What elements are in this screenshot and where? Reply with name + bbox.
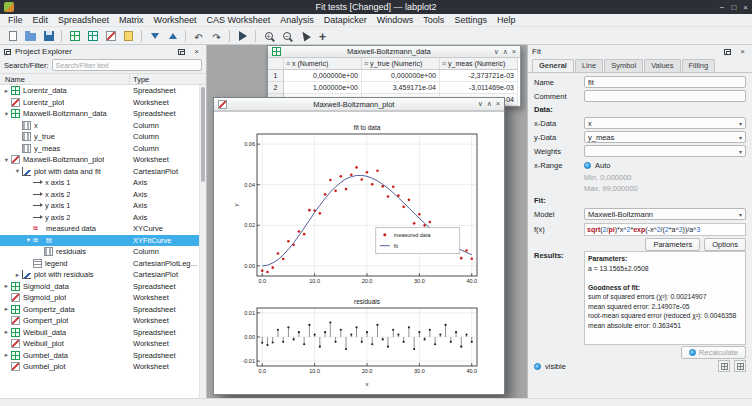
select-mode-button[interactable]: [296, 28, 313, 44]
spreadsheet-cell[interactable]: 3,459171e-04: [362, 82, 440, 94]
new-worksheet-button[interactable]: [102, 28, 119, 44]
menu-file[interactable]: File: [3, 15, 28, 25]
tree-item-y-true[interactable]: y_trueColumn: [0, 131, 199, 143]
tree-item-gompertz-data[interactable]: ▸Gompertz_dataSpreadsheet: [0, 304, 199, 316]
visible-checkbox[interactable]: [534, 363, 541, 370]
column-header-x-numeric[interactable]: ≡x (Numeric): [284, 58, 362, 70]
tree-item-y-axis-1[interactable]: y axis 1Axis: [0, 200, 199, 212]
column-header-name[interactable]: Name: [0, 74, 130, 84]
worksheet-canvas[interactable]: 0.010.020.030.040.00.000.020.040.06fit t…: [214, 111, 504, 394]
spreadsheet-cell[interactable]: -3,011469e-03: [440, 82, 518, 94]
tree-item-sigmoid-data[interactable]: ▸Sigmoid_dataSpreadsheet: [0, 281, 199, 293]
tree-item-residuals[interactable]: residualsColumn: [0, 246, 199, 258]
maximize-icon[interactable]: □: [731, 3, 736, 12]
column-header-y-meas-numeric[interactable]: ≡y_meas (Numeric): [440, 58, 518, 70]
tree-item-maxwell-boltzmann-data[interactable]: ▾Maxwell-Boltzmann_dataSpreadsheet: [0, 108, 199, 120]
tree-scrollbar-thumb[interactable]: [201, 87, 205, 182]
expander-icon[interactable]: ▸: [2, 351, 11, 359]
tree-item-plot-with-data-and-fit[interactable]: ▾plot with data and fitCartesianPlot: [0, 166, 199, 178]
expander-icon[interactable]: ▾: [2, 156, 11, 164]
parameters-button[interactable]: Parameters: [645, 238, 700, 251]
expander-icon[interactable]: ▸: [2, 305, 11, 313]
navigate-mode-button[interactable]: [314, 28, 331, 44]
new-spreadsheet-button[interactable]: [66, 28, 83, 44]
tree-item-maxwell-boltzmann-plot[interactable]: ▾Maxwell-Boltzmann_plotWorksheet: [0, 154, 199, 166]
shade-up-icon[interactable]: ∧: [487, 100, 492, 108]
tree-item-gumbel-plot[interactable]: Gumbel_plotWorksheet: [0, 361, 199, 373]
expander-icon[interactable]: ▸: [2, 87, 11, 95]
tree-item-fit[interactable]: ▾≈fitXYFitCurve: [0, 235, 199, 247]
tree-item-x-axis-2[interactable]: x axis 2Axis: [0, 189, 199, 201]
zoom-out-button[interactable]: [278, 28, 295, 44]
expander-icon[interactable]: ▾: [24, 236, 33, 244]
tree-item-gompert-plot[interactable]: Gompert_plotWorksheet: [0, 315, 199, 327]
tree-item-lorentz-plot[interactable]: Lorentz_plotWorksheet: [0, 97, 199, 109]
spreadsheet-cell[interactable]: 0,000000e+00: [362, 70, 440, 82]
spreadsheet-cell[interactable]: 1,000000e+00: [284, 82, 362, 94]
expander-icon[interactable]: ▸: [13, 271, 22, 279]
menu-spreadsheet[interactable]: Spreadsheet: [53, 15, 114, 25]
menu-windows[interactable]: Windows: [372, 15, 419, 25]
row-number-cell[interactable]: 2: [268, 82, 284, 94]
expander-icon[interactable]: ▸: [2, 282, 11, 290]
options-button[interactable]: Options: [704, 238, 746, 251]
close-icon[interactable]: ×: [496, 100, 500, 108]
tab-general[interactable]: General: [532, 59, 574, 72]
undo-button[interactable]: [190, 28, 207, 44]
run-fit-button[interactable]: [234, 28, 251, 44]
close-icon[interactable]: ×: [743, 3, 748, 12]
menu-analysis[interactable]: Analysis: [275, 15, 319, 25]
tab-filling[interactable]: Filling: [682, 59, 716, 72]
expander-icon[interactable]: ▾: [13, 167, 22, 175]
model-combobox[interactable]: Maxwell-Boltzmann ▾: [584, 208, 746, 220]
formula-display[interactable]: sqrt(2/pi)*x^2*exp(-x^2/(2*a^2))/a^3: [584, 223, 746, 236]
spreadsheet-window-titlebar[interactable]: Maxwell-Boltzmann_data ∨ ∧ ×: [268, 46, 520, 58]
tree-item-weibull-plot[interactable]: Weibull_plotWorksheet: [0, 338, 199, 350]
comment-input[interactable]: [584, 90, 746, 102]
tree-item-legend[interactable]: legendCartesianPlotLegend: [0, 258, 199, 270]
tree-item-y-meas[interactable]: y_measColumn: [0, 143, 199, 155]
expander-icon[interactable]: ▾: [2, 110, 11, 118]
tree-item-x[interactable]: xColumn: [0, 120, 199, 132]
export-data-button[interactable]: [164, 28, 181, 44]
tab-values[interactable]: Values: [644, 59, 680, 72]
spreadsheet-cell[interactable]: -2,373721e-03: [440, 70, 518, 82]
y-data-combobox[interactable]: y_meas ▾: [584, 131, 746, 143]
tab-line[interactable]: Line: [575, 59, 603, 72]
plot-window-titlebar[interactable]: Maxwell-Boltzmann_plot ∨ ∧ ×: [214, 98, 504, 111]
close-icon[interactable]: ×: [512, 48, 516, 56]
dock-undock-button[interactable]: [176, 46, 187, 57]
menu-datapicker[interactable]: Datapicker: [319, 15, 372, 25]
tree-item-gumbel-data[interactable]: ▸Gumbel_dataSpreadsheet: [0, 350, 199, 362]
dock-close-button[interactable]: ×: [191, 46, 202, 57]
residuals-plot[interactable]: 0.010.020.030.040.0-0.010.000.01residual…: [231, 296, 487, 388]
minimize-icon[interactable]: −: [720, 3, 725, 12]
tab-symbol[interactable]: Symbol: [604, 59, 643, 72]
tree-item-lorentz-data[interactable]: ▸Lorentz_dataSpreadsheet: [0, 85, 199, 97]
import-data-button[interactable]: [146, 28, 163, 44]
x-data-combobox[interactable]: x ▾: [584, 117, 746, 129]
menu-cas-worksheet[interactable]: CAS Worksheet: [201, 15, 275, 25]
dock-undock-button[interactable]: [722, 46, 733, 57]
column-header-type[interactable]: Type: [130, 74, 206, 84]
menu-help[interactable]: Help: [492, 15, 521, 25]
tree-item-weibull-data[interactable]: ▸Weibull_dataSpreadsheet: [0, 327, 199, 339]
tree-item-sigmoid-plot[interactable]: Sigmoid_plotWorksheet: [0, 292, 199, 304]
dock-close-button[interactable]: ×: [737, 46, 748, 57]
tree-item-measured-data[interactable]: ≈measured dataXYCurve: [0, 223, 199, 235]
weights-combobox[interactable]: ▾: [584, 145, 746, 157]
open-project-button[interactable]: [22, 28, 39, 44]
save-project-button[interactable]: [40, 28, 57, 44]
shade-down-icon[interactable]: ∨: [478, 100, 483, 108]
spreadsheet-cell[interactable]: 0,000000e+00: [284, 70, 362, 82]
menu-edit[interactable]: Edit: [28, 15, 54, 25]
shade-up-icon[interactable]: ∧: [503, 48, 508, 56]
menu-worksheet[interactable]: Worksheet: [149, 15, 202, 25]
dock-option-button-2[interactable]: [734, 360, 746, 372]
new-matrix-button[interactable]: [84, 28, 101, 44]
search-input[interactable]: [52, 59, 202, 71]
expander-icon[interactable]: ▸: [2, 328, 11, 336]
plot-window[interactable]: Maxwell-Boltzmann_plot ∨ ∧ × 0.010.020.0…: [213, 97, 505, 395]
new-project-button[interactable]: [4, 28, 21, 44]
tree-item-y-axis-2[interactable]: y axis 2Axis: [0, 212, 199, 224]
